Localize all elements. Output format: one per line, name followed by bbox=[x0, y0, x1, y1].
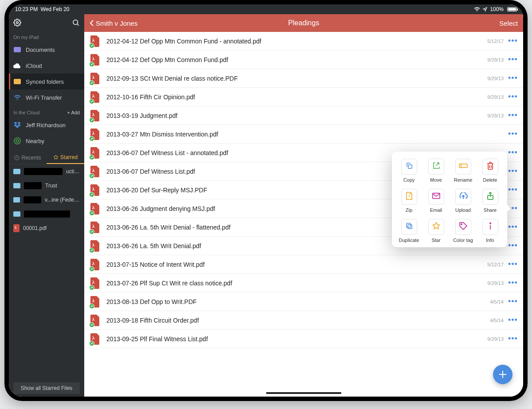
sidebar-item-wifi-transfer[interactable]: Wi-Fi Transfer bbox=[9, 90, 84, 105]
file-actions-popover: CopyMoveRenameDeleteZipEmailUploadShareD… bbox=[392, 152, 507, 247]
tab-starred[interactable]: Starred bbox=[47, 152, 84, 164]
file-row[interactable]: λ2013-09-18 Fifth Circuit Order.pdf4/5/1… bbox=[84, 311, 523, 330]
file-more-button[interactable]: ••• bbox=[508, 222, 517, 232]
select-button[interactable]: Select bbox=[499, 19, 518, 27]
sidebar-item-synced-folders[interactable]: Synced folders bbox=[9, 74, 84, 90]
action-email-button[interactable]: Email bbox=[422, 189, 450, 213]
file-name: 2013-03-19 Judgment.pdf bbox=[106, 112, 487, 119]
action-rename-button[interactable]: Rename bbox=[450, 159, 477, 183]
show-all-starred-button[interactable]: Show all Starred Files bbox=[13, 382, 80, 394]
status-bar: 10:23 PM Wed Feb 20 100% bbox=[9, 4, 523, 14]
action-label: Duplicate bbox=[399, 238, 419, 243]
starred-item[interactable] bbox=[9, 207, 84, 221]
file-row[interactable]: λ2013-07-15 Notice of Intent Writ.pdf5/1… bbox=[84, 255, 523, 274]
file-row[interactable]: λ2013-07-26 Plf Sup Ct Writ re class not… bbox=[84, 274, 523, 292]
file-row[interactable]: λ2013-09-25 Plf Final Witness List.pdf9/… bbox=[84, 330, 523, 348]
starred-label: 00001.pdf bbox=[23, 225, 47, 231]
file-row[interactable]: λ2013-03-19 Judgment.pdf9/29/13••• bbox=[84, 106, 523, 125]
action-zip-button[interactable]: Zip bbox=[395, 189, 422, 213]
file-row[interactable]: λ2012-09-13 SCt Writ Denial re class not… bbox=[84, 69, 523, 88]
pdf-icon: λ bbox=[90, 129, 100, 140]
sidebar-item-nearby[interactable]: Nearby bbox=[9, 133, 84, 149]
file-date: 9/29/13 bbox=[487, 113, 504, 118]
file-more-button[interactable]: ••• bbox=[508, 55, 517, 64]
starred-item[interactable]: Trust bbox=[9, 179, 84, 193]
zip-icon bbox=[406, 192, 412, 202]
settings-button[interactable] bbox=[13, 19, 21, 28]
file-row[interactable]: λ2012-04-12 Def Opp Mtn Common Fund - an… bbox=[84, 32, 523, 51]
sidebar-item-label: Nearby bbox=[26, 138, 44, 144]
file-more-button[interactable]: ••• bbox=[508, 334, 517, 343]
add-fab-button[interactable] bbox=[493, 365, 512, 384]
pdf-icon: λ bbox=[90, 35, 100, 47]
colortag-icon bbox=[459, 222, 467, 232]
action-move-button[interactable]: Move bbox=[422, 159, 450, 183]
action-copy-button[interactable]: Copy bbox=[395, 159, 422, 183]
tab-label: Starred bbox=[60, 154, 78, 160]
home-indicator[interactable] bbox=[266, 392, 341, 394]
file-row[interactable]: λ2013-03-27 Mtn Dismiss Intervention.pdf… bbox=[84, 125, 523, 144]
file-name: 2013-07-26 Plf Sup Ct Writ re class noti… bbox=[106, 280, 487, 287]
starred-item[interactable]: λ00001.pdf bbox=[9, 221, 84, 235]
info-icon bbox=[488, 222, 493, 232]
file-more-button[interactable]: ••• bbox=[508, 167, 517, 176]
main-panel: Smith v Jones Pleadings Select λ2012-04-… bbox=[84, 14, 523, 397]
file-row[interactable]: λ2012-10-16 Fifth Cir Opinion.pdf9/29/13… bbox=[84, 88, 523, 106]
back-button[interactable]: Smith v Jones bbox=[90, 19, 137, 27]
sidebar-item-dropbox[interactable]: Jeff Richardson bbox=[9, 117, 84, 133]
file-name: 2012-10-16 Fifth Cir Opinion.pdf bbox=[106, 93, 487, 101]
file-date: 5/12/17 bbox=[487, 262, 504, 267]
file-name: 2013-07-15 Notice of Intent Writ.pdf bbox=[106, 261, 487, 268]
starred-item[interactable]: v...ine (Federal) bbox=[9, 193, 84, 207]
file-more-button[interactable]: ••• bbox=[508, 185, 517, 195]
file-more-button[interactable]: ••• bbox=[508, 36, 517, 46]
starred-label: uction bbox=[66, 168, 80, 175]
sidebar-item-label: Wi-Fi Transfer bbox=[26, 94, 62, 101]
search-button[interactable] bbox=[72, 19, 80, 28]
sidebar-item-documents[interactable]: Documents bbox=[9, 42, 84, 58]
file-more-button[interactable]: ••• bbox=[508, 241, 517, 250]
file-more-button[interactable]: ••• bbox=[508, 111, 517, 120]
folder-icon bbox=[13, 169, 20, 174]
star-icon bbox=[432, 222, 440, 232]
file-date: 9/29/13 bbox=[487, 57, 504, 62]
file-more-button[interactable]: ••• bbox=[508, 297, 517, 306]
file-name: 2013-09-25 Plf Final Witness List.pdf bbox=[106, 335, 487, 343]
action-colortag-button[interactable]: Color tag bbox=[450, 219, 477, 243]
file-name: 2013-09-18 Fifth Circuit Order.pdf bbox=[106, 317, 490, 324]
nearby-icon bbox=[14, 137, 21, 144]
add-cloud-button[interactable]: + Add bbox=[67, 110, 80, 115]
sidebar-item-icloud[interactable]: iCloud bbox=[9, 58, 84, 74]
starred-item[interactable]: uction bbox=[9, 164, 84, 179]
plus-icon bbox=[498, 370, 508, 379]
file-more-button[interactable]: ••• bbox=[508, 260, 517, 269]
action-delete-button[interactable]: Delete bbox=[477, 159, 504, 183]
action-info-button[interactable]: Info bbox=[477, 219, 504, 243]
file-more-button[interactable]: ••• bbox=[508, 74, 517, 83]
file-more-button[interactable]: ••• bbox=[508, 92, 517, 101]
tab-recents[interactable]: Recents bbox=[9, 152, 47, 164]
folder-icon bbox=[13, 211, 20, 217]
email-icon bbox=[432, 193, 440, 201]
sidebar-section-cloud: In the Cloud bbox=[13, 110, 39, 115]
file-more-button[interactable]: ••• bbox=[508, 278, 517, 288]
svg-rect-17 bbox=[407, 223, 411, 227]
action-duplicate-button[interactable]: Duplicate bbox=[395, 219, 422, 243]
pdf-icon: λ bbox=[90, 54, 100, 66]
action-star-button[interactable]: Star bbox=[422, 219, 450, 243]
action-share-button[interactable]: Share bbox=[477, 189, 504, 213]
action-label: Copy bbox=[403, 177, 415, 183]
action-label: Share bbox=[484, 207, 497, 213]
pdf-icon: λ bbox=[90, 203, 100, 214]
file-more-button[interactable]: ••• bbox=[508, 316, 517, 325]
star-icon bbox=[53, 155, 59, 160]
pdf-icon: λ bbox=[90, 333, 100, 345]
file-name: 2012-04-12 Def Opp Mtn Common Fund - ann… bbox=[106, 38, 487, 45]
location-icon bbox=[483, 7, 487, 12]
file-more-button[interactable]: ••• bbox=[508, 129, 517, 139]
action-upload-button[interactable]: Upload bbox=[450, 189, 477, 213]
file-row[interactable]: λ2012-04-12 Def Opp Mtn Common Fund.pdf9… bbox=[84, 51, 523, 69]
file-row[interactable]: λ2013-08-13 Def Opp to Writ.PDF4/5/14••• bbox=[84, 292, 523, 311]
file-more-button[interactable]: ••• bbox=[508, 148, 517, 157]
svg-point-1 bbox=[73, 20, 78, 25]
